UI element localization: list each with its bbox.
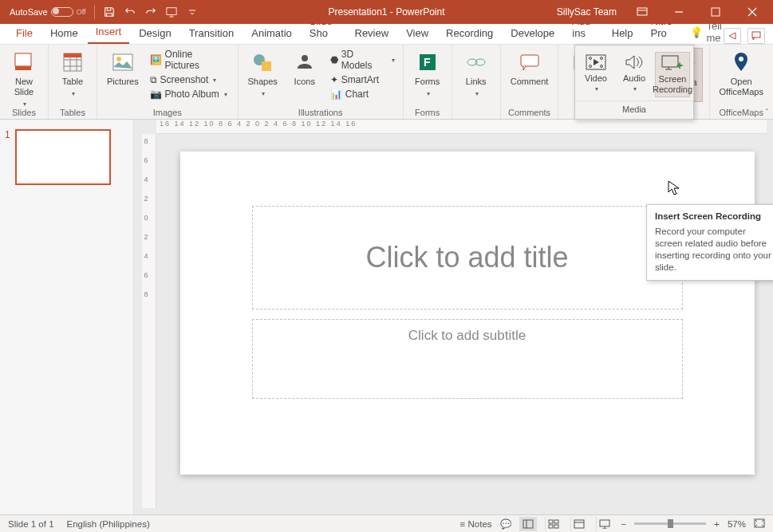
photo-album-label: Photo Album (165, 89, 219, 100)
notes-button[interactable]: ≡ Notes (460, 519, 492, 529)
tab-transitions[interactable]: Transition (181, 24, 243, 44)
tooltip-screen-recording: Insert Screen Recording Record your comp… (646, 204, 773, 281)
ribbon-display-options-icon[interactable] (626, 0, 658, 24)
forms-button[interactable]: F Forms ▾ (410, 48, 445, 100)
tab-recording[interactable]: Recording (438, 24, 501, 44)
svg-text:+: + (676, 59, 683, 72)
insert-video-button[interactable]: Video ▾ (578, 52, 613, 97)
autosave-label: AutoSave (10, 7, 48, 17)
smartart-button[interactable]: ✦SmartArt (329, 73, 396, 86)
map-pin-icon (728, 49, 754, 75)
lightbulb-icon: 💡 (690, 26, 703, 38)
tab-home[interactable]: Home (42, 24, 86, 44)
tab-developer[interactable]: Develope (503, 24, 562, 44)
redo-icon[interactable] (144, 6, 157, 18)
minimize-icon[interactable] (663, 0, 695, 24)
vertical-ruler: 8 6 4 2 0 2 4 6 8 (142, 134, 156, 508)
maximize-icon[interactable] (700, 0, 732, 24)
comment-icon (517, 49, 542, 75)
audio-label: Audio (623, 73, 645, 84)
slide-counter[interactable]: Slide 1 of 1 (8, 519, 54, 529)
slide-thumbnail-1[interactable]: 1 (5, 129, 128, 185)
autosave-toggle[interactable]: AutoSave Off (10, 7, 86, 17)
svg-rect-32 (574, 520, 584, 528)
shapes-icon (250, 49, 275, 75)
svg-rect-30 (549, 525, 553, 528)
tab-help[interactable]: Help (604, 24, 641, 44)
svg-rect-11 (262, 61, 271, 71)
fit-to-window-icon[interactable] (754, 518, 765, 530)
zoom-slider[interactable] (634, 522, 706, 525)
video-label: Video (585, 73, 607, 84)
svg-point-19 (739, 57, 743, 61)
svg-point-22 (590, 65, 592, 68)
audio-icon (624, 53, 645, 73)
open-officemaps-button[interactable]: Open OfficeMaps (716, 48, 767, 99)
pictures-icon (110, 49, 136, 75)
slide-sorter-view-icon[interactable] (545, 517, 562, 531)
chart-button[interactable]: 📊Chart (329, 88, 396, 100)
tab-animations[interactable]: Animatio (243, 24, 300, 44)
reading-view-icon[interactable] (570, 517, 588, 531)
screen-recording-button[interactable]: + Screen Recording (655, 52, 690, 97)
zoom-out-button[interactable]: − (621, 519, 627, 529)
photo-album-button[interactable]: 📷Photo Album▾ (148, 88, 231, 100)
comment-label: Comment (511, 77, 549, 87)
tab-design[interactable]: Design (131, 24, 179, 44)
tab-insert[interactable]: Insert (88, 22, 130, 44)
share-icon[interactable] (724, 28, 741, 44)
normal-view-icon[interactable] (519, 517, 537, 531)
svg-point-24 (601, 65, 603, 68)
3d-models-button[interactable]: ⬣3D Models▾ (329, 48, 396, 72)
slide-editor: 16 14 12 10 8 6 4 2 0 2 4 6 8 10 12 14 1… (134, 120, 773, 514)
slide-canvas-viewport[interactable]: Click to add title Click to add subtitle (174, 144, 760, 502)
pictures-button[interactable]: Pictures (104, 48, 142, 89)
status-bar: Slide 1 of 1 English (Philippines) ≡ Not… (0, 514, 773, 532)
comment-button[interactable]: Comment (507, 48, 552, 89)
slide-thumbnail-pane[interactable]: 1 (0, 120, 134, 514)
3d-models-label: 3D Models (341, 49, 387, 71)
media-dropdown-panel: Video ▾ Audio ▾ + Screen Recording Media (574, 45, 694, 120)
save-icon[interactable] (103, 6, 116, 18)
forms-label: Forms (415, 77, 440, 87)
language-indicator[interactable]: English (Philippines) (67, 519, 150, 529)
new-slide-icon (11, 49, 37, 75)
svg-rect-29 (554, 520, 558, 523)
new-slide-button[interactable]: New Slide ▾ (6, 48, 41, 111)
title-bar: AutoSave Off Presentation1 - PowerPoint … (0, 0, 773, 24)
insert-audio-button[interactable]: Audio ▾ (617, 52, 652, 97)
slideshow-from-start-icon[interactable] (165, 6, 178, 18)
comments-statusbar-icon[interactable]: 💬 (500, 518, 511, 530)
subtitle-placeholder[interactable]: Click to add subtitle (252, 319, 683, 399)
screenshot-button[interactable]: ⧉Screenshot▾ (148, 73, 231, 86)
slide-canvas[interactable]: Click to add title Click to add subtitle (180, 152, 755, 475)
screen-recording-icon: + (661, 54, 684, 74)
tab-view[interactable]: View (398, 24, 436, 44)
collapse-ribbon-icon[interactable]: ˆ (766, 108, 768, 117)
svg-rect-16 (521, 55, 538, 66)
table-button[interactable]: Table ▾ (55, 48, 90, 100)
tab-file[interactable]: File (8, 24, 41, 44)
thumbnail-number: 1 (5, 129, 10, 185)
subtitle-placeholder-text: Click to add subtitle (408, 328, 526, 344)
shapes-button[interactable]: Shapes ▾ (245, 48, 281, 100)
title-placeholder[interactable]: Click to add title (252, 206, 683, 309)
icons-button[interactable]: Icons (287, 48, 322, 89)
tab-review[interactable]: Review (347, 24, 397, 44)
pictures-label: Pictures (107, 77, 139, 87)
slideshow-view-icon[interactable] (596, 517, 613, 531)
comments-pane-icon[interactable] (747, 28, 765, 44)
close-icon[interactable] (736, 0, 768, 24)
shapes-label: Shapes (248, 77, 278, 87)
zoom-in-button[interactable]: + (714, 519, 720, 529)
icons-label: Icons (294, 77, 315, 87)
zoom-percentage[interactable]: 57% (728, 519, 746, 529)
svg-rect-28 (549, 520, 553, 523)
undo-icon[interactable] (124, 6, 136, 18)
svg-rect-2 (712, 8, 720, 16)
qat-more-icon[interactable] (186, 6, 199, 18)
links-button[interactable]: Links ▾ (459, 48, 494, 100)
online-pictures-button[interactable]: 🖼️Online Pictures (148, 48, 231, 72)
svg-rect-0 (166, 8, 176, 15)
account-name[interactable]: SillySac Team (557, 6, 617, 18)
